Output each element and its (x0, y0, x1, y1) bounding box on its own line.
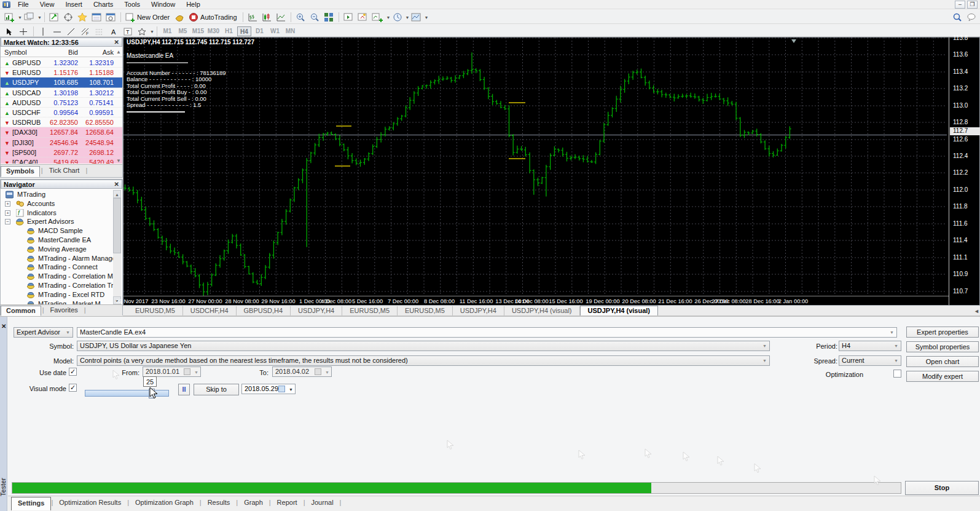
market-watch-row[interactable]: ▲GBPUSD1.323021.32319 (1, 58, 122, 68)
candlestick-icon[interactable] (260, 12, 274, 23)
chart-tab-8[interactable]: USDJPY,H4 (visual) (580, 306, 658, 315)
menu-insert[interactable]: Insert (60, 0, 88, 9)
market-watch-row[interactable]: ▼[DJI30]24546.9424548.94 (1, 138, 122, 148)
symbol-select[interactable]: USDJPY, US Dollar vs Japanese Yen▼ (77, 341, 770, 351)
calendar-icon[interactable] (278, 386, 285, 392)
skip-to-button[interactable]: Skip to (194, 384, 239, 395)
new-chart-icon[interactable] (2, 12, 17, 23)
time-axis[interactable]: 22 Nov 201723 Nov 16:0027 Nov 00:0028 No… (123, 296, 949, 306)
tester-tab-settings[interactable]: Settings (11, 497, 51, 510)
crosshair-icon[interactable] (61, 12, 76, 23)
menu-tools[interactable]: Tools (119, 0, 146, 9)
chart-tab-1[interactable]: USDCHF,H4 (183, 306, 237, 315)
vline-tool-icon[interactable] (36, 26, 50, 38)
tab-common[interactable]: Common (1, 306, 41, 316)
navigator-scrollbar[interactable]: ▲ ▼ (113, 190, 121, 304)
market-watch-row[interactable]: ▼[CAC40]5419.695420.49 (1, 157, 122, 164)
tree-item-mtrading[interactable]: MTrading (1, 190, 115, 199)
close-icon[interactable]: ✕ (114, 39, 119, 46)
menu-help[interactable]: Help (181, 0, 206, 9)
autotrading-button[interactable]: AutoTrading (187, 12, 240, 23)
indicators-icon[interactable] (370, 12, 386, 23)
tree-item-moving-average[interactable]: Moving Average (1, 245, 115, 254)
market-watch-row[interactable]: ▼[SP500]2697.722698.12 (1, 148, 122, 157)
dropdown-icon[interactable]: ▼ (18, 15, 22, 20)
tester-tab-results[interactable]: Results (202, 496, 237, 510)
timeframe-m30[interactable]: M30 (206, 26, 221, 36)
tree-item-mtrading-alarm-manager[interactable]: MTrading - Alarm Manager (1, 254, 115, 263)
stop-button[interactable]: Stop (905, 481, 979, 495)
scrollbar-thumb[interactable] (113, 198, 121, 253)
tree-item-accounts[interactable]: +Accounts (1, 199, 115, 208)
minimize-button[interactable]: – (955, 1, 965, 9)
favorites-icon[interactable] (76, 12, 90, 23)
menu-file[interactable]: File (12, 0, 34, 9)
expand-icon[interactable]: + (5, 210, 10, 216)
text-label-tool-icon[interactable]: T (121, 26, 135, 38)
chart-tab-4[interactable]: EURUSD,M5 (342, 306, 398, 315)
scroll-up-icon[interactable]: ▲ (113, 190, 121, 198)
market-watch-row[interactable]: ▲USDJPY108.685108.701 (1, 77, 122, 87)
column-ask[interactable]: Ask (103, 49, 114, 56)
timeframe-d1[interactable]: D1 (253, 26, 267, 36)
dropdown-icon[interactable]: ▼ (424, 15, 428, 20)
market-watch-row[interactable]: ▲USDCAD1.301981.30212 (1, 88, 122, 98)
tester-tab-report[interactable]: Report (271, 496, 304, 510)
price-axis[interactable]: 113.8113.6113.4113.2113.0112.8112.6112.4… (949, 38, 980, 305)
visual-mode-checkbox[interactable]: ✓ (69, 384, 77, 392)
chart-tab-6[interactable]: USDJPY,H4 (453, 306, 504, 315)
tester-tab-optimization-graph[interactable]: Optimization Graph (129, 496, 200, 510)
fibonacci-tool-icon[interactable]: F (79, 26, 93, 38)
optimization-checkbox[interactable] (893, 370, 901, 378)
tree-item-mastercandle-ea[interactable]: MasterCandle EA (1, 236, 115, 245)
chat-icon[interactable] (965, 12, 979, 23)
expert-properties-button[interactable]: Expert properties (906, 327, 979, 338)
column-symbol[interactable]: Symbol (4, 49, 27, 56)
period-select[interactable]: H4▼ (839, 341, 901, 351)
modify-expert-button[interactable]: Modify expert (906, 371, 979, 382)
data-window-icon[interactable] (104, 12, 118, 23)
tree-item-mtrading-connect[interactable]: MTrading - Connect (1, 263, 115, 272)
tree-item-expert-advisors[interactable]: −Expert Advisors (1, 217, 115, 226)
chart-tab-7[interactable]: USDJPY,H4 (visual) (504, 306, 580, 315)
chart-tab-3[interactable]: USDJPY,H4 (291, 306, 342, 315)
expand-icon[interactable]: + (5, 201, 10, 207)
chart-tab-5[interactable]: EURUSD,M5 (398, 306, 453, 315)
menu-window[interactable]: Window (146, 0, 181, 9)
market-watch-icon[interactable] (90, 12, 104, 23)
tree-item-macd-sample[interactable]: MACD Sample (1, 226, 115, 236)
timeframe-h4[interactable]: H4 (237, 26, 251, 36)
scroll-down-icon[interactable]: ▼ (116, 158, 121, 164)
script-icon[interactable] (173, 12, 187, 23)
zoom-out-icon[interactable] (308, 12, 322, 23)
tree-item-indicators[interactable]: +fIndicators (1, 208, 115, 218)
step-forward-icon[interactable] (342, 12, 356, 23)
timeframe-m5[interactable]: M5 (176, 26, 190, 36)
shapes-tool-icon[interactable] (135, 26, 149, 38)
tree-item-mtrading-correlation-trac[interactable]: MTrading - Correlation Trac (1, 281, 115, 290)
ea-file-field[interactable]: MasterCandle EA.ex4▼ (77, 327, 897, 338)
market-watch-row[interactable]: ▲AUDUSD0.751230.75141 (1, 98, 122, 108)
restore-button[interactable]: ❐ (967, 1, 978, 9)
market-watch-row[interactable]: ▼USDRUB62.8235062.85550 (1, 117, 122, 127)
tab-symbols[interactable]: Symbols (1, 166, 40, 177)
period-icon[interactable] (391, 12, 405, 23)
timeframe-m1[interactable]: M1 (160, 26, 174, 36)
text-tool-icon[interactable]: A (107, 26, 121, 38)
dropdown-icon[interactable]: ▼ (406, 15, 410, 20)
timeframe-mn[interactable]: MN (283, 26, 297, 36)
market-watch-row[interactable]: ▼[DAX30]12657.8412658.64 (1, 127, 122, 137)
cursor-tool-icon[interactable] (2, 26, 17, 38)
chart-marker-icon[interactable] (356, 12, 370, 23)
tab-tick-chart[interactable]: Tick Chart (44, 166, 85, 177)
timeframe-w1[interactable]: W1 (268, 26, 282, 36)
calendar-icon[interactable] (315, 368, 321, 375)
collapse-icon[interactable]: − (5, 219, 10, 224)
timeframe-h1[interactable]: H1 (222, 26, 236, 36)
tab-favorites[interactable]: Favorites (45, 306, 83, 316)
hline-tool-icon[interactable] (50, 26, 65, 38)
tab-scroll-left-icon[interactable]: ◄ (974, 308, 979, 314)
dropdown-icon[interactable]: ▼ (37, 15, 42, 20)
templates-icon[interactable] (409, 12, 423, 23)
spread-select[interactable]: Current▼ (839, 355, 901, 366)
